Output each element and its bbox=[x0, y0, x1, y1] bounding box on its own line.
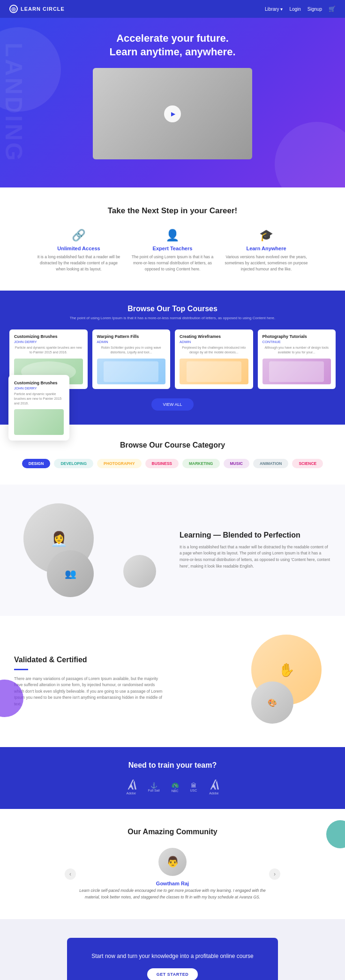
view-all-button[interactable]: VIEW ALL bbox=[151, 398, 193, 411]
cat-business[interactable]: BUSINESS bbox=[145, 459, 179, 468]
brand-adobe-2: Adobe bbox=[208, 779, 219, 795]
validated-desc: There are many variations of passages of… bbox=[14, 676, 165, 708]
feature-anywhere-desc: Various versions have evolved over the y… bbox=[224, 254, 308, 272]
cat-music[interactable]: MUSIC bbox=[224, 459, 249, 468]
course-card-3[interactable]: Photography Tutorials CONTINUE Although … bbox=[258, 329, 336, 389]
video-thumbnail bbox=[93, 68, 252, 159]
blended-section: 👩‍💼 👥 Learning — Blended to Perfection I… bbox=[0, 485, 345, 616]
course-author-2: ADMIN bbox=[180, 340, 248, 344]
hero-bg-circle-right bbox=[275, 122, 345, 187]
feature-anywhere: 🎓 Learn Anywhere Various versions have e… bbox=[224, 229, 308, 272]
carousel-prev[interactable]: ‹ bbox=[65, 868, 76, 880]
course-thumb-3 bbox=[262, 359, 331, 384]
cart-icon[interactable]: 🛒 bbox=[329, 6, 336, 12]
validated-section: Validated & Certified There are many var… bbox=[0, 616, 345, 747]
nav-login[interactable]: Login bbox=[289, 7, 300, 12]
cat-design[interactable]: DESIGN bbox=[22, 459, 51, 468]
cta-section: Start now and turn your knowledge into a… bbox=[0, 919, 345, 980]
nav-links: Library ▾ Login Signup 🛒 bbox=[265, 6, 336, 12]
courses-title: Browse Our Top Courses bbox=[9, 305, 336, 313]
cta-box: Start now and turn your knowledge into a… bbox=[67, 938, 278, 980]
course-thumb-2 bbox=[180, 359, 248, 384]
blended-title: Learning — Blended to Perfection bbox=[180, 531, 331, 539]
nav-signup[interactable]: Signup bbox=[308, 7, 322, 12]
cta-button[interactable]: GET STARTED bbox=[147, 968, 198, 980]
cta-text: Start now and turn your knowledge into a… bbox=[86, 952, 259, 961]
feature-teachers: 👤 Expert Teachers The point of using Lor… bbox=[130, 229, 215, 272]
course-card-1[interactable]: Warping Pattern Fills ADMIN Robin Schlot… bbox=[92, 329, 171, 389]
logo-icon: ◎ bbox=[9, 5, 18, 13]
popup-author: JOHN DERRY bbox=[14, 386, 64, 390]
hero-section: LANDING Accelerate your future. Learn an… bbox=[0, 18, 345, 187]
popup-card: Customizing Brushes JOHN DERRY Particle … bbox=[8, 375, 69, 441]
blended-desc: It is a long established fact that a rea… bbox=[180, 544, 331, 569]
course-title-0: Customizing Brushes bbox=[14, 334, 83, 339]
courses-subtitle: The point of using Lorem Ipsum is that i… bbox=[9, 316, 336, 320]
popup-desc: Particle and dynamic sparkle brushes are… bbox=[14, 392, 64, 405]
features-row: 🔗 Unlimited Access It is a long establis… bbox=[14, 229, 331, 272]
val-circle-small: 🎨 bbox=[251, 681, 293, 724]
brand-nbc: 🦚 NBC bbox=[171, 782, 179, 793]
category-title: Browse Our Course Category bbox=[9, 441, 336, 449]
next-step-section: Take the Next Step in your Career! 🔗 Unl… bbox=[0, 187, 345, 291]
cat-photography[interactable]: PHOTOGRAPHY bbox=[97, 459, 141, 468]
feature-teachers-title: Expert Teachers bbox=[130, 246, 215, 251]
cat-animation[interactable]: ANIMATION bbox=[253, 459, 289, 468]
course-desc-1: Robin Schlotter guides you in using wave… bbox=[97, 345, 166, 355]
testimonial-text: Learn circle self-paced module encourage… bbox=[79, 888, 266, 900]
course-title-1: Warping Pattern Fills bbox=[97, 334, 166, 339]
reviewer-avatar: 👨 bbox=[158, 848, 187, 876]
nav-logo: ◎ LEARN CIRCLE bbox=[9, 5, 65, 13]
validated-underline bbox=[14, 669, 28, 670]
next-step-title: Take the Next Step in your Career! bbox=[14, 206, 331, 216]
brand-adobe-1: Adobe bbox=[126, 779, 137, 795]
cat-developing[interactable]: DEVELOPING bbox=[54, 459, 93, 468]
nav-library[interactable]: Library ▾ bbox=[265, 7, 283, 12]
feature-anywhere-title: Learn Anywhere bbox=[224, 246, 308, 251]
teachers-icon: 👤 bbox=[130, 229, 215, 242]
unlimited-icon: 🔗 bbox=[37, 229, 121, 242]
navbar: ◎ LEARN CIRCLE Library ▾ Login Signup 🛒 bbox=[0, 0, 345, 18]
logo-text: LEARN CIRCLE bbox=[21, 6, 65, 12]
course-author-0: JOHN DERRY bbox=[14, 340, 83, 344]
hero-video[interactable] bbox=[93, 68, 252, 159]
anywhere-icon: 🎓 bbox=[224, 229, 308, 242]
community-title: Our Amazing Community bbox=[9, 828, 336, 836]
feature-unlimited: 🔗 Unlimited Access It is a long establis… bbox=[37, 229, 121, 272]
course-title-3: Photography Tutorials bbox=[262, 334, 331, 339]
brand-fullsail: ⚓ Full Sail bbox=[148, 782, 160, 792]
blended-text: Learning — Blended to Perfection It is a… bbox=[180, 531, 331, 569]
brand-usc: 🏛 USC bbox=[190, 782, 197, 792]
category-tags: DESIGN DEVELOPING PHOTOGRAPHY BUSINESS M… bbox=[9, 459, 336, 468]
blend-circle-tiny bbox=[123, 555, 156, 588]
course-author-3: CONTINUE bbox=[262, 340, 331, 344]
validated-title: Validated & Certified bbox=[14, 656, 165, 664]
popup-thumb bbox=[14, 409, 64, 435]
blended-images: 👩‍💼 👥 bbox=[14, 503, 165, 597]
feature-unlimited-title: Unlimited Access bbox=[37, 246, 121, 251]
course-desc-0: Particle and dynamic sparkle brushes are… bbox=[14, 345, 83, 355]
popup-title: Customizing Brushes bbox=[14, 381, 64, 385]
community-section: Our Amazing Community ‹ 👨 Gowtham Raj Le… bbox=[0, 809, 345, 919]
cat-science[interactable]: SCIENCE bbox=[292, 459, 323, 468]
course-card-2[interactable]: Creating Wireframes ADMIN Perplexed by t… bbox=[175, 329, 253, 389]
course-thumb-1 bbox=[97, 359, 166, 384]
blend-circle-small: 👥 bbox=[47, 550, 94, 597]
train-title: Need to train your team? bbox=[9, 761, 336, 770]
train-section: Need to train your team? Adobe ⚓ Full Sa… bbox=[0, 747, 345, 809]
course-desc-3: Although you have a number of design too… bbox=[262, 345, 331, 355]
carousel-next[interactable]: › bbox=[269, 868, 280, 880]
validated-text: Validated & Certified There are many var… bbox=[14, 656, 165, 708]
course-author-1: ADMIN bbox=[97, 340, 166, 344]
cat-marketing[interactable]: MARKETING bbox=[182, 459, 219, 468]
play-button[interactable] bbox=[164, 105, 181, 122]
feature-teachers-desc: The point of using Lorem Ipsum is that i… bbox=[130, 254, 215, 272]
validated-images: ✋ 🎨 bbox=[180, 635, 331, 728]
testimonial: ‹ 👨 Gowtham Raj Learn circle self-paced … bbox=[79, 848, 266, 900]
course-desc-2: Perplexed by the challenges introduced i… bbox=[180, 345, 248, 355]
brand-logos: Adobe ⚓ Full Sail 🦚 NBC 🏛 USC Adobe bbox=[9, 779, 336, 795]
course-title-2: Creating Wireframes bbox=[180, 334, 248, 339]
feature-unlimited-desc: It is a long established fact that a rea… bbox=[37, 254, 121, 272]
reviewer-name: Gowtham Raj bbox=[79, 881, 266, 886]
